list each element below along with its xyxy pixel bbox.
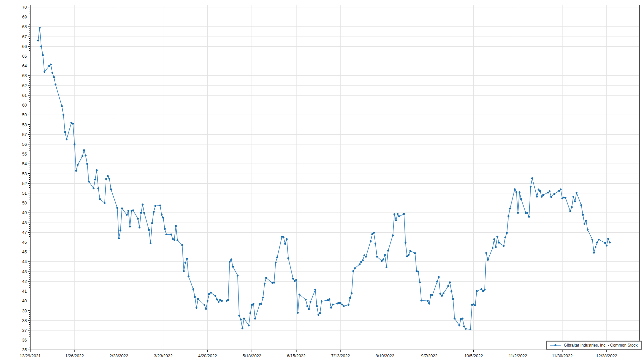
svg-text:37: 37 xyxy=(22,328,27,333)
price-line-chart: 3536373839404142434445464748495051525354… xyxy=(0,0,644,362)
svg-text:55: 55 xyxy=(22,152,27,157)
svg-text:47: 47 xyxy=(22,230,27,235)
gridlines xyxy=(30,5,639,350)
svg-text:43: 43 xyxy=(22,269,27,274)
series-line xyxy=(38,28,610,329)
svg-text:38: 38 xyxy=(22,318,27,323)
svg-text:52: 52 xyxy=(22,181,27,186)
plot-border xyxy=(30,5,639,350)
svg-text:41: 41 xyxy=(22,289,27,294)
svg-text:35: 35 xyxy=(22,348,27,352)
svg-text:69: 69 xyxy=(22,15,27,19)
svg-text:36: 36 xyxy=(22,338,27,343)
svg-text:57: 57 xyxy=(22,132,27,137)
svg-text:11/2/2022: 11/2/2022 xyxy=(509,354,527,358)
svg-text:68: 68 xyxy=(22,24,27,29)
svg-text:1/26/2022: 1/26/2022 xyxy=(65,354,84,358)
svg-text:61: 61 xyxy=(22,93,27,98)
svg-text:45: 45 xyxy=(22,250,27,254)
svg-text:50: 50 xyxy=(22,201,27,205)
svg-text:7/13/2022: 7/13/2022 xyxy=(331,354,350,358)
legend-series-label: Gibraltar Industries, Inc. - Common Stoc… xyxy=(564,343,638,348)
svg-text:2/23/2022: 2/23/2022 xyxy=(110,354,128,358)
svg-text:8/10/2022: 8/10/2022 xyxy=(376,354,394,358)
svg-text:56: 56 xyxy=(22,142,27,147)
stock-price-chart-window: 3536373839404142434445464748495051525354… xyxy=(0,0,644,362)
svg-text:12/28/2022: 12/28/2022 xyxy=(596,354,617,358)
svg-text:9/7/2022: 9/7/2022 xyxy=(421,354,437,358)
svg-text:67: 67 xyxy=(22,35,27,39)
svg-text:53: 53 xyxy=(22,172,27,176)
svg-text:60: 60 xyxy=(22,103,27,108)
svg-text:46: 46 xyxy=(22,240,27,245)
svg-text:48: 48 xyxy=(22,221,27,225)
y-axis-labels: 3536373839404142434445464748495051525354… xyxy=(22,5,27,352)
svg-text:51: 51 xyxy=(22,191,27,196)
svg-text:11/30/2022: 11/30/2022 xyxy=(552,354,573,358)
svg-text:6/15/2022: 6/15/2022 xyxy=(287,354,306,358)
x-axis xyxy=(30,350,639,352)
svg-text:62: 62 xyxy=(22,83,27,88)
svg-text:39: 39 xyxy=(22,309,27,313)
legend-series-marker-icon xyxy=(549,344,561,347)
svg-text:65: 65 xyxy=(22,54,27,59)
svg-text:42: 42 xyxy=(22,279,27,284)
svg-text:44: 44 xyxy=(22,259,27,264)
svg-text:58: 58 xyxy=(22,123,27,127)
svg-text:5/18/2022: 5/18/2022 xyxy=(243,354,261,358)
svg-text:63: 63 xyxy=(22,73,27,78)
svg-text:40: 40 xyxy=(22,299,27,303)
svg-text:3/23/2022: 3/23/2022 xyxy=(154,354,173,358)
svg-text:66: 66 xyxy=(22,44,27,49)
svg-text:54: 54 xyxy=(22,162,27,166)
svg-text:59: 59 xyxy=(22,113,27,117)
svg-text:4/20/2022: 4/20/2022 xyxy=(198,354,217,358)
svg-text:12/29/2021: 12/29/2021 xyxy=(20,354,41,358)
series-markers xyxy=(37,27,611,330)
svg-text:10/5/2022: 10/5/2022 xyxy=(464,354,483,358)
svg-text:70: 70 xyxy=(22,5,27,10)
y-axis xyxy=(28,5,30,350)
legend: Gibraltar Industries, Inc. - Common Stoc… xyxy=(546,341,642,350)
x-axis-labels: 12/29/20211/26/20222/23/20223/23/20224/2… xyxy=(20,354,617,358)
svg-text:64: 64 xyxy=(22,64,27,68)
svg-text:49: 49 xyxy=(22,210,27,215)
